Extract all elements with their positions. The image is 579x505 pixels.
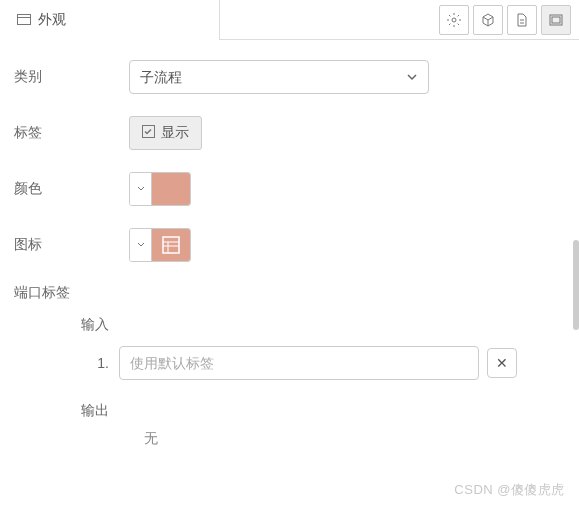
topbar: 外观 <box>0 0 579 40</box>
row-input-header: 输入 <box>14 316 565 334</box>
color-swatch <box>152 173 190 205</box>
caret-down-icon[interactable] <box>130 229 152 261</box>
x-icon: ✕ <box>496 355 508 371</box>
clear-button[interactable]: ✕ <box>487 348 517 378</box>
input-port-label-1[interactable] <box>119 346 479 380</box>
label-port: 端口标签 <box>14 284 129 302</box>
toggle-show-tag[interactable]: 显示 <box>129 116 202 150</box>
row-input-1: 1. ✕ <box>14 346 565 380</box>
appearance-icon <box>16 12 32 28</box>
icon-picker[interactable] <box>129 228 191 262</box>
output-none: 无 <box>14 430 565 448</box>
row-output-header: 输出 <box>14 402 565 420</box>
toggle-show-tag-label: 显示 <box>161 124 189 142</box>
select-category[interactable]: 子流程 <box>129 60 429 94</box>
label-icon: 图标 <box>14 236 129 254</box>
form: 类别 子流程 标签 显示 颜色 图标 端口标签 输入 1. ✕ <box>0 40 579 458</box>
label-color: 颜色 <box>14 180 129 198</box>
layout-icon[interactable] <box>541 5 571 35</box>
tab-appearance[interactable]: 外观 <box>0 0 220 40</box>
cube-icon[interactable] <box>473 5 503 35</box>
label-tag: 标签 <box>14 124 129 142</box>
svg-rect-0 <box>18 15 31 25</box>
document-icon[interactable] <box>507 5 537 35</box>
color-picker[interactable] <box>129 172 191 206</box>
svg-rect-6 <box>552 17 560 23</box>
label-output: 输出 <box>14 402 119 420</box>
svg-rect-8 <box>163 237 179 253</box>
row-tag: 标签 显示 <box>14 116 565 150</box>
tab-title: 外观 <box>38 11 66 29</box>
row-color: 颜色 <box>14 172 565 206</box>
icon-preview <box>152 229 190 261</box>
caret-down-icon[interactable] <box>130 173 152 205</box>
label-category: 类别 <box>14 68 129 86</box>
gear-icon[interactable] <box>439 5 469 35</box>
check-icon <box>142 125 155 141</box>
toolbar <box>431 0 579 39</box>
row-port-labels: 端口标签 <box>14 284 565 302</box>
scrollbar[interactable] <box>573 240 579 330</box>
watermark: CSDN @傻傻虎虎 <box>454 481 565 499</box>
row-icon: 图标 <box>14 228 565 262</box>
input-index: 1. <box>14 355 119 371</box>
row-category: 类别 子流程 <box>14 60 565 94</box>
svg-point-2 <box>452 18 456 22</box>
label-input: 输入 <box>14 316 119 334</box>
